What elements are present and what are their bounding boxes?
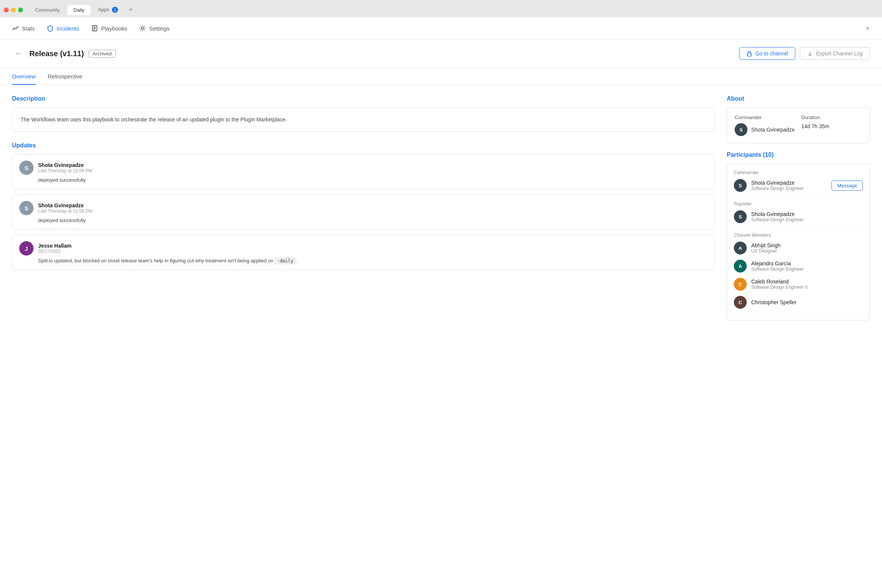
close-dot[interactable] [4, 8, 9, 12]
chart-icon [12, 25, 19, 32]
content-layout: Description The Workflows team uses this… [0, 85, 882, 588]
update-card-3: J Jesse Hallam 05/27/2021 Split.io updat… [12, 235, 715, 270]
update-card-1: S Shota Gvinepadze Last Thursday at 11:0… [12, 154, 715, 189]
participant-alejandro: A Alejandro García Software Design Engin… [734, 260, 863, 273]
update-body-1: deployed successfully [38, 177, 707, 183]
participant-abhijit-name: Abhijit Singh [751, 242, 863, 248]
avatar-shota-2: S [19, 201, 34, 215]
updates-section: Updates S Shota Gvinepadze Last Thursday… [12, 142, 715, 270]
participant-commander-role: Software Design Engineer [751, 186, 827, 191]
participant-abhijit-role: UX Designer [751, 248, 863, 254]
incident-title: Release (v1.11) [29, 49, 84, 58]
update-meta-3: Jesse Hallam 05/27/2021 [38, 243, 72, 254]
participant-commander: S Shota Gvinepadze Software Design Engin… [734, 179, 863, 192]
tab-retrospective[interactable]: Retrospective [48, 68, 83, 85]
update-body-2: deployed successfully [38, 217, 707, 223]
participant-abhijit-info: Abhijit Singh UX Designer [751, 242, 863, 254]
nav-stats[interactable]: Stats [12, 23, 35, 33]
participant-caleb-role: Software Design Engineer II [751, 285, 863, 290]
duration-value: 14d 7h 35m [801, 123, 862, 129]
participant-commander-avatar: S [734, 179, 747, 192]
participant-alejandro-info: Alejandro García Software Design Enginee… [751, 260, 863, 272]
participant-christopher-info: Christopher Speller [751, 299, 863, 305]
nav-settings[interactable]: Settings [139, 23, 169, 33]
tab-navigation: Overview Retrospective [0, 68, 882, 85]
participant-reporter-name: Shota Gvinepadze [751, 211, 863, 217]
update-header-1: S Shota Gvinepadze Last Thursday at 11:0… [19, 161, 707, 175]
lock-icon [746, 51, 752, 57]
participant-commander-info: Shota Gvinepadze Software Design Enginee… [751, 180, 827, 191]
update-card-2: S Shota Gvinepadze Last Thursday at 11:0… [12, 194, 715, 230]
update-header-3: J Jesse Hallam 05/27/2021 [19, 241, 707, 256]
participants-box: Commander S Shota Gvinepadze Software De… [727, 164, 870, 320]
about-commander-col: Commander S Shota Gvinepadze [735, 115, 795, 136]
maximize-dot[interactable] [18, 8, 23, 12]
participant-commander-name: Shota Gvinepadze [751, 180, 827, 186]
tab-community[interactable]: Community [29, 5, 66, 15]
message-commander-button[interactable]: Message [831, 181, 863, 191]
content-right: About Commander S Shota Gvinepadze Durat… [727, 95, 870, 577]
minimize-dot[interactable] [11, 8, 16, 12]
tab-overview[interactable]: Overview [12, 68, 36, 85]
avatar-jesse: J [19, 241, 34, 256]
header-actions: Go to channel Export Channel Log [739, 47, 870, 60]
svg-point-4 [141, 27, 144, 29]
update-meta-2: Shota Gvinepadze Last Thursday at 11:08 … [38, 202, 92, 214]
shield-icon [47, 25, 54, 32]
close-button[interactable]: × [865, 24, 870, 33]
divider-1 [734, 197, 863, 198]
export-channel-log-button[interactable]: Export Channel Log [800, 47, 870, 60]
participant-christopher-name: Christopher Speller [751, 299, 863, 305]
participant-caleb-name: Caleb Roseland [751, 279, 863, 285]
participant-alejandro-name: Alejandro García [751, 260, 863, 266]
go-to-channel-button[interactable]: Go to channel [739, 47, 795, 60]
commander-name: Shota Gvinepadze [751, 127, 795, 133]
description-title: Description [12, 95, 715, 102]
update-body-3: Split.io updated, but blocked on cloud r… [38, 258, 707, 263]
back-button[interactable]: ← [12, 48, 25, 59]
participant-reporter-avatar: S [734, 210, 747, 223]
participant-caleb: C Caleb Roseland Software Design Enginee… [734, 278, 863, 291]
divider-2 [734, 228, 863, 229]
update-header-2: S Shota Gvinepadze Last Thursday at 11:0… [19, 201, 707, 215]
archived-badge: Archived [89, 50, 116, 58]
participants-title: Participants (10) [727, 152, 870, 158]
participant-reporter-role: Software Design Engineer [751, 217, 863, 222]
main-window: Stats Incidents Playbooks Settin [0, 17, 882, 588]
download-icon [807, 51, 813, 57]
commander-avatar: S [735, 123, 747, 136]
about-duration-col: Duration 14d 7h 35m [801, 115, 862, 136]
about-grid: Commander S Shota Gvinepadze Duration 14… [735, 115, 862, 136]
participant-alejandro-role: Software Design Engineer [751, 266, 863, 272]
tab-bar: Community Daily Apps 1 + [0, 0, 882, 17]
add-tab-button[interactable]: + [126, 5, 136, 15]
nav-bar: Stats Incidents Playbooks Settin [0, 17, 882, 40]
incident-header: ← Release (v1.11) Archived Go to channel… [0, 40, 882, 68]
svg-rect-5 [747, 53, 751, 56]
participant-abhijit: A Abhijit Singh UX Designer [734, 242, 863, 254]
duration-label: Duration [801, 115, 862, 120]
content-left: Description The Workflows team uses this… [12, 95, 715, 577]
inline-code: -daily [275, 257, 296, 264]
participant-abhijit-avatar: A [734, 242, 747, 254]
tab-apps[interactable]: Apps 1 [92, 5, 124, 15]
window-controls [4, 8, 23, 12]
participant-christopher: C Christopher Speller [734, 296, 863, 309]
commander-group-label: Commander [734, 170, 863, 175]
reporter-group-label: Reporter [734, 201, 863, 207]
nav-playbooks[interactable]: Playbooks [91, 23, 127, 33]
participant-reporter-info: Shota Gvinepadze Software Design Enginee… [751, 211, 863, 222]
participant-caleb-avatar: C [734, 278, 747, 291]
channel-members-label: Channel Members [734, 233, 863, 238]
updates-title: Updates [12, 142, 715, 149]
participant-reporter: S Shota Gvinepadze Software Design Engin… [734, 210, 863, 223]
about-commander-person: S Shota Gvinepadze [735, 123, 795, 136]
nav-incidents[interactable]: Incidents [47, 23, 79, 33]
participant-caleb-info: Caleb Roseland Software Design Engineer … [751, 279, 863, 290]
gear-icon [139, 25, 146, 32]
avatar-shota-1: S [19, 161, 34, 175]
participant-christopher-avatar: C [734, 296, 747, 309]
tab-daily[interactable]: Daily [67, 5, 90, 15]
update-meta-1: Shota Gvinepadze Last Thursday at 11:08 … [38, 162, 92, 173]
apps-badge: 1 [112, 7, 118, 13]
